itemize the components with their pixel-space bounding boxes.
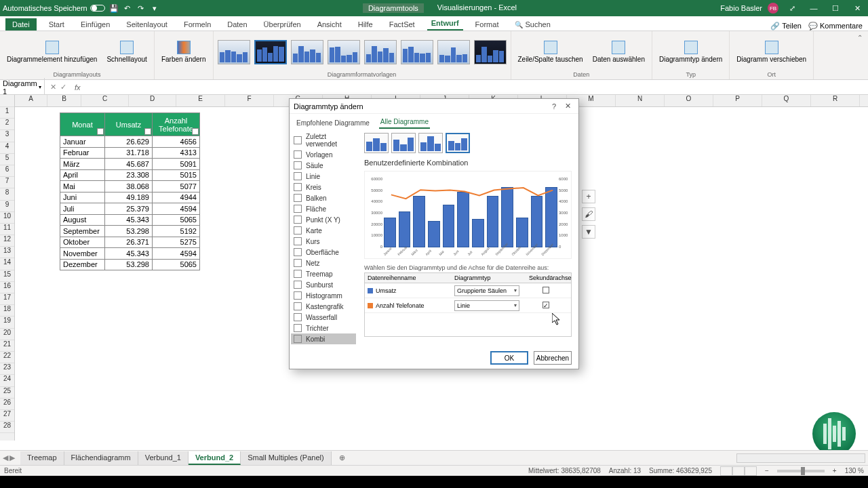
combo-subtype-custom[interactable] xyxy=(446,133,470,153)
qat-customize-icon[interactable]: ▾ xyxy=(150,3,159,13)
chart-type-item[interactable]: Punkt (X Y) xyxy=(291,214,356,225)
dialog-help-icon[interactable]: ? xyxy=(547,102,561,110)
col-header[interactable]: F xyxy=(225,95,274,106)
sheet-nav-next-icon[interactable]: ▶ xyxy=(9,453,15,462)
tab-all-charts[interactable]: Alle Diagramme xyxy=(379,116,430,129)
series-type-select[interactable]: Linie▾ xyxy=(454,300,519,311)
table-row[interactable]: Juli25.3794594 xyxy=(60,203,200,215)
series-type-select[interactable]: Gruppierte Säulen▾ xyxy=(454,285,519,296)
save-icon[interactable]: 💾 xyxy=(109,3,119,13)
chart-type-item[interactable]: Kombi xyxy=(291,333,356,344)
row-header[interactable]: 26 xyxy=(0,399,14,410)
move-chart-button[interactable]: Diagramm verschieben xyxy=(734,39,809,64)
user-name[interactable]: Fabio Basler xyxy=(720,4,762,12)
col-header[interactable]: D xyxy=(129,95,176,106)
row-header[interactable]: 12 xyxy=(0,235,14,247)
col-header[interactable]: C xyxy=(81,95,129,106)
tab-pagelayout[interactable]: Seitenlayout xyxy=(122,18,172,30)
col-header[interactable]: R xyxy=(811,95,860,106)
secondary-axis-checkbox[interactable] xyxy=(542,287,549,293)
row-header[interactable]: 9 xyxy=(0,201,14,212)
col-header-revenue[interactable]: Umsatz▾ xyxy=(105,113,153,136)
tab-insert[interactable]: Einfügen xyxy=(77,18,114,30)
cancel-formula-icon[interactable]: ✕ xyxy=(50,83,56,92)
zoom-in-icon[interactable]: + xyxy=(833,467,837,474)
row-header[interactable]: 18 xyxy=(0,305,14,317)
row-header[interactable]: 11 xyxy=(0,224,14,235)
filter-dropdown-icon[interactable]: ▾ xyxy=(144,128,151,135)
chart-style-thumb[interactable] xyxy=(474,40,507,64)
zoom-out-icon[interactable]: − xyxy=(765,467,769,474)
row-header[interactable]: 25 xyxy=(0,387,14,399)
row-header[interactable]: 2 xyxy=(0,119,14,130)
table-row[interactable]: Februar31.7184313 xyxy=(60,147,200,159)
row-header[interactable]: 21 xyxy=(0,340,14,352)
fx-icon[interactable]: fx xyxy=(72,83,83,92)
row-header[interactable]: 19 xyxy=(0,317,14,328)
select-data-button[interactable]: Daten auswählen xyxy=(590,39,648,64)
tab-file[interactable]: Datei xyxy=(5,18,37,30)
chart-type-list[interactable]: Zuletzt verwendetVorlagenSäuleLinieKreis… xyxy=(290,129,357,347)
chart-type-item[interactable]: Karte xyxy=(291,225,356,236)
tab-view[interactable]: Ansicht xyxy=(313,18,346,30)
change-colors-button[interactable]: Farben ändern xyxy=(159,39,209,64)
close-icon[interactable]: ✕ xyxy=(849,4,865,13)
change-chart-type-button[interactable]: Diagrammtyp ändern xyxy=(656,39,725,64)
chart-style-thumb[interactable] xyxy=(291,40,323,64)
view-buttons[interactable] xyxy=(720,466,757,476)
zoom-slider[interactable] xyxy=(777,470,825,472)
minimize-icon[interactable]: — xyxy=(806,4,822,12)
chart-type-item[interactable]: Netz xyxy=(291,258,356,268)
tab-search[interactable]: Suchen xyxy=(511,18,554,30)
row-header[interactable]: 17 xyxy=(0,293,14,305)
col-header-month[interactable]: Monat▾ xyxy=(60,113,105,136)
col-header[interactable]: O xyxy=(665,95,713,106)
chart-style-thumb[interactable] xyxy=(254,40,287,64)
add-sheet-button[interactable]: ⊕ xyxy=(336,453,349,462)
row-header[interactable]: 3 xyxy=(0,130,14,142)
chart-type-item[interactable]: Linie xyxy=(291,171,356,182)
chart-type-item[interactable]: Zuletzt verwendet xyxy=(291,131,356,149)
enter-formula-icon[interactable]: ✓ xyxy=(60,83,66,92)
zoom-level[interactable]: 130 % xyxy=(845,467,864,474)
col-header[interactable]: A xyxy=(15,95,47,106)
horizontal-scrollbar[interactable] xyxy=(736,453,865,463)
quick-layout-button[interactable]: Schnelllayout xyxy=(104,39,149,64)
chart-type-item[interactable]: Kreis xyxy=(291,182,356,192)
collapse-ribbon-icon[interactable]: ⌃ xyxy=(852,31,868,79)
redo-icon[interactable]: ↷ xyxy=(136,3,146,13)
col-header[interactable]: B xyxy=(47,95,81,106)
sheet-tab[interactable]: Flächendiagramm xyxy=(64,451,138,465)
chart-type-item[interactable]: Oberfläche xyxy=(291,247,356,258)
sheet-tab[interactable]: Verbund_1 xyxy=(138,451,189,465)
table-row[interactable]: August45.3435065 xyxy=(60,214,200,226)
row-header[interactable]: 22 xyxy=(0,352,14,363)
col-header[interactable]: N xyxy=(616,95,665,106)
combo-subtype-2[interactable] xyxy=(391,133,416,153)
tab-start[interactable]: Start xyxy=(45,18,68,30)
tab-data[interactable]: Daten xyxy=(223,18,251,30)
chart-type-item[interactable]: Trichter xyxy=(291,323,356,333)
col-header[interactable]: P xyxy=(713,95,762,106)
tab-formulas[interactable]: Formeln xyxy=(180,18,215,30)
combo-subtype-3[interactable] xyxy=(418,133,443,153)
chart-styles-icon[interactable]: 🖌 xyxy=(582,207,595,221)
share-button[interactable]: 🔗 Teilen xyxy=(770,22,802,30)
chart-style-thumb[interactable] xyxy=(218,40,250,64)
row-header[interactable]: 7 xyxy=(0,177,14,188)
tab-design[interactable]: Entwurf xyxy=(427,17,463,30)
tab-review[interactable]: Überprüfen xyxy=(260,18,305,30)
table-row[interactable]: März45.6875091 xyxy=(60,159,200,170)
row-header[interactable]: 24 xyxy=(0,375,14,386)
chart-type-item[interactable]: Treemap xyxy=(291,268,356,279)
tab-factset[interactable]: FactSet xyxy=(385,18,419,30)
dialog-close-icon[interactable]: ✕ xyxy=(561,102,574,110)
secondary-axis-checkbox[interactable]: ✓ xyxy=(542,302,549,308)
sheet-tab[interactable]: Treemap xyxy=(20,451,64,465)
row-header[interactable]: 4 xyxy=(0,142,14,154)
chart-type-item[interactable]: Sunburst xyxy=(291,279,356,290)
tab-recommended-charts[interactable]: Empfohlene Diagramme xyxy=(295,117,371,129)
row-header[interactable]: 15 xyxy=(0,270,14,282)
row-header[interactable]: 14 xyxy=(0,258,14,270)
ok-button[interactable]: OK xyxy=(490,351,528,365)
